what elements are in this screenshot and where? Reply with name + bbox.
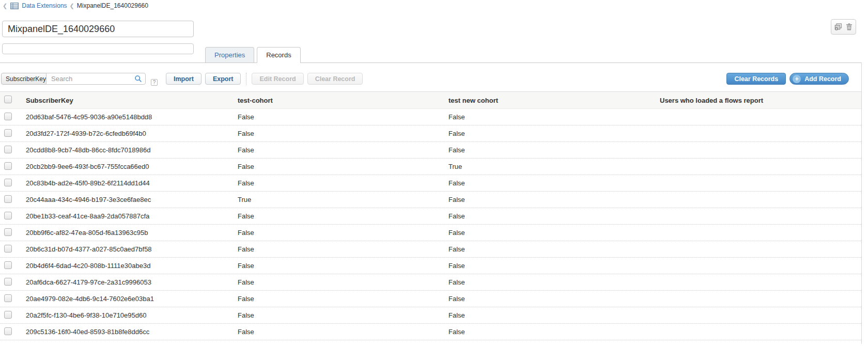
row-checkbox[interactable] bbox=[4, 146, 12, 153]
add-record-button[interactable]: + Add Record bbox=[789, 73, 849, 85]
add-record-label: Add Record bbox=[804, 75, 841, 83]
test-cohort-cell: False bbox=[234, 163, 444, 170]
table-row[interactable]: 20c83b4b-ad2e-45f0-89b2-6f2114dd1d44 Fal… bbox=[0, 175, 861, 192]
test-cohort-cell: False bbox=[234, 179, 444, 187]
records-toolbar: SubscriberKey ▾ ? Import Export Edit Rec… bbox=[1, 73, 849, 85]
row-checkbox[interactable] bbox=[4, 261, 12, 269]
data-extension-grid-icon bbox=[10, 3, 19, 9]
table-row[interactable]: 20af6dca-6627-4179-97ce-2a31c9996053 Fal… bbox=[0, 274, 861, 291]
column-header-users-flows-report[interactable]: Users who loaded a flows report bbox=[656, 97, 861, 104]
test-new-cohort-cell: False bbox=[444, 113, 656, 121]
subscriber-key-cell: 20be1b33-ceaf-41ce-8aa9-2da057887cfa bbox=[22, 212, 234, 220]
subscriber-key-cell: 20a2f5fc-f130-4be6-9f38-10e710e95d60 bbox=[22, 311, 234, 319]
row-checkbox[interactable] bbox=[4, 129, 12, 137]
row-checkbox-cell bbox=[0, 129, 22, 138]
column-header-subscriberkey[interactable]: SubscriberKey bbox=[22, 97, 234, 104]
record-actions-icon-group bbox=[831, 19, 856, 35]
test-cohort-cell: False bbox=[234, 328, 444, 336]
test-cohort-cell: False bbox=[234, 146, 444, 154]
subscriber-key-cell: 209c5136-16f0-40ed-8593-81b8fe8dd6cc bbox=[22, 328, 234, 336]
extension-description-input[interactable] bbox=[2, 43, 194, 54]
data-extension-records-page: ❮ Data Extensions ❮ MixpanelDE_164002966… bbox=[0, 0, 868, 346]
row-checkbox[interactable] bbox=[4, 179, 12, 186]
edit-record-button[interactable]: Edit Record bbox=[252, 73, 303, 85]
help-icon[interactable]: ? bbox=[151, 79, 158, 86]
row-checkbox-cell bbox=[0, 212, 22, 221]
test-new-cohort-cell: False bbox=[444, 311, 656, 319]
row-checkbox-cell bbox=[0, 327, 22, 337]
row-checkbox[interactable] bbox=[4, 278, 12, 286]
row-checkbox[interactable] bbox=[4, 245, 12, 253]
table-row[interactable]: 20d63baf-5476-4c95-9036-a90e5148bdd8 Fal… bbox=[0, 109, 861, 125]
subscriber-key-cell: 20d63baf-5476-4c95-9036-a90e5148bdd8 bbox=[22, 113, 234, 121]
search-field-dropdown[interactable]: SubscriberKey ▾ bbox=[1, 73, 47, 85]
row-checkbox[interactable] bbox=[4, 228, 12, 236]
select-all-checkbox[interactable] bbox=[4, 96, 12, 103]
row-checkbox[interactable] bbox=[4, 162, 12, 170]
row-checkbox[interactable] bbox=[4, 311, 12, 319]
export-button[interactable]: Export bbox=[205, 73, 241, 85]
breadcrumb: ❮ Data Extensions ❮ MixpanelDE_164002966… bbox=[3, 2, 148, 10]
column-header-test-cohort[interactable]: test-cohort bbox=[234, 97, 444, 104]
test-new-cohort-cell: False bbox=[444, 229, 656, 237]
tab-records[interactable]: Records bbox=[257, 47, 300, 63]
breadcrumb-data-extensions-link[interactable]: Data Extensions bbox=[22, 2, 67, 9]
table-row[interactable]: 20b4d6f4-6dad-4c20-808b-1111e30abe3d Fal… bbox=[0, 258, 861, 274]
table-row[interactable]: 20a2f5fc-f130-4be6-9f38-10e710e95d60 Fal… bbox=[0, 307, 861, 324]
records-panel: SubscriberKey ▾ ? Import Export Edit Rec… bbox=[0, 62, 862, 344]
row-checkbox[interactable] bbox=[4, 327, 12, 335]
clear-record-button[interactable]: Clear Record bbox=[307, 73, 363, 85]
subscriber-key-cell: 20d3fd27-172f-4939-b72c-6cfedb69f4b0 bbox=[22, 130, 234, 137]
row-checkbox-cell bbox=[0, 261, 22, 271]
column-header-test-new-cohort[interactable]: test new cohort bbox=[444, 97, 656, 104]
toolbar-divider bbox=[246, 73, 246, 85]
test-cohort-cell: False bbox=[234, 262, 444, 270]
tab-properties[interactable]: Properties bbox=[205, 47, 254, 62]
test-cohort-cell: False bbox=[234, 212, 444, 220]
test-cohort-cell: False bbox=[234, 245, 444, 253]
test-new-cohort-cell: False bbox=[444, 130, 656, 137]
table-row[interactable]: 209c5136-16f0-40ed-8593-81b8fe8dd6cc Fal… bbox=[0, 324, 861, 340]
row-checkbox[interactable] bbox=[4, 294, 12, 302]
extension-name-input[interactable] bbox=[2, 21, 194, 37]
table-row[interactable]: 20b6c31d-b07d-4377-a027-85c0aed7bf58 Fal… bbox=[0, 241, 861, 258]
search-input[interactable] bbox=[46, 73, 146, 85]
test-new-cohort-cell: False bbox=[444, 146, 656, 154]
table-row[interactable]: 20ae4979-082e-4db6-9c14-7602e6e03ba1 Fal… bbox=[0, 291, 861, 307]
plus-icon: + bbox=[793, 75, 801, 83]
subscriber-key-cell: 20bb9f6c-af82-47ea-805d-f6a13963c95b bbox=[22, 229, 234, 237]
back-chevron-icon[interactable]: ❮ bbox=[3, 3, 7, 9]
row-checkbox-cell bbox=[0, 146, 22, 155]
test-cohort-cell: False bbox=[234, 295, 444, 303]
test-cohort-cell: False bbox=[234, 311, 444, 319]
test-new-cohort-cell: False bbox=[444, 179, 656, 187]
row-checkbox-cell bbox=[0, 228, 22, 238]
subscriber-key-cell: 20cb2bb9-9ee6-493f-bc67-755fcca66ed0 bbox=[22, 163, 234, 170]
subscriber-key-cell: 20c44aaa-434c-4946-b197-3e3ce6fae8ec bbox=[22, 196, 234, 203]
test-new-cohort-cell: False bbox=[444, 245, 656, 253]
table-row[interactable]: 20c44aaa-434c-4946-b197-3e3ce6fae8ec Tru… bbox=[0, 192, 861, 208]
test-new-cohort-cell: False bbox=[444, 212, 656, 220]
subscriber-key-cell: 20c83b4b-ad2e-45f0-89b2-6f2114dd1d44 bbox=[22, 179, 234, 187]
trash-icon[interactable] bbox=[846, 23, 853, 30]
row-checkbox[interactable] bbox=[4, 212, 12, 219]
subscriber-key-cell: 20af6dca-6627-4179-97ce-2a31c9996053 bbox=[22, 278, 234, 286]
row-checkbox[interactable] bbox=[4, 113, 12, 120]
test-new-cohort-cell: False bbox=[444, 262, 656, 270]
row-checkbox-cell bbox=[0, 245, 22, 254]
import-button[interactable]: Import bbox=[166, 73, 202, 85]
clear-records-button[interactable]: Clear Records bbox=[726, 73, 786, 85]
table-row[interactable]: 20be1b33-ceaf-41ce-8aa9-2da057887cfa Fal… bbox=[0, 208, 861, 225]
copy-icon[interactable] bbox=[834, 23, 842, 30]
subscriber-key-cell: 20ae4979-082e-4db6-9c14-7602e6e03ba1 bbox=[22, 295, 234, 303]
table-row[interactable]: 20cb2bb9-9ee6-493f-bc67-755fcca66ed0 Fal… bbox=[0, 159, 861, 175]
test-cohort-cell: False bbox=[234, 130, 444, 137]
table-row[interactable]: 20cdd8b8-9cb7-48db-86cc-8fdc7018986d Fal… bbox=[0, 142, 861, 159]
table-row[interactable]: 20bb9f6c-af82-47ea-805d-f6a13963c95b Fal… bbox=[0, 225, 861, 241]
row-checkbox-cell bbox=[0, 311, 22, 320]
row-checkbox-cell bbox=[0, 294, 22, 304]
test-new-cohort-cell: False bbox=[444, 328, 656, 336]
row-checkbox[interactable] bbox=[4, 195, 12, 203]
table-row[interactable]: 20d3fd27-172f-4939-b72c-6cfedb69f4b0 Fal… bbox=[0, 125, 861, 142]
search-icon[interactable] bbox=[134, 75, 142, 85]
